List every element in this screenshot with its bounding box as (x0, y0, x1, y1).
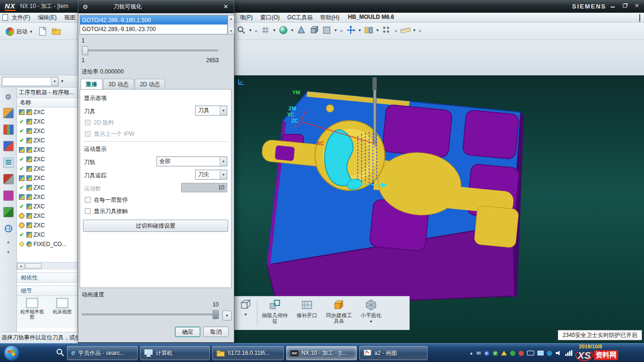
show-tool-contact-checkbox[interactable] (85, 208, 91, 214)
hd3d-tools-icon[interactable] (3, 207, 14, 217)
menu-help[interactable]: 帮助(H) (316, 14, 343, 22)
tree-row[interactable]: ZXC (17, 145, 77, 155)
scroll-down-icon[interactable]: ▼ (228, 28, 234, 34)
graphics-viewport[interactable]: YM ZM YC ZC XC XM ▼ 抽取几何特征 修补开口 同步建模工具条 … (234, 75, 644, 343)
goto-row[interactable]: GOTO/42.289,-9.180,-23.700 (80, 25, 227, 33)
green-status-icon[interactable] (510, 351, 515, 356)
csys-mini-icon[interactable] (237, 78, 245, 86)
reuse-library-icon[interactable] (3, 190, 14, 201)
chevron-down-icon[interactable]: ▼ (60, 79, 64, 83)
menu-window[interactable]: 窗口(O) (256, 14, 283, 22)
chevron-down-icon[interactable]: ▼ (358, 28, 362, 33)
pattern-button[interactable] (381, 24, 392, 36)
restore-button[interactable] (620, 2, 629, 9)
speed-slider-track[interactable] (82, 313, 219, 315)
tree-row[interactable]: ZXC (17, 107, 77, 117)
open-file-button[interactable] (51, 25, 62, 38)
toolpath-range-combo[interactable]: 全部 ▼ (157, 156, 227, 166)
dialog-close-button[interactable]: ✕ (222, 3, 230, 10)
tree-row[interactable]: ZXC (17, 173, 77, 183)
scrollbar-thumb[interactable] (25, 263, 41, 269)
cone-button[interactable] (296, 24, 307, 36)
tool-trace-combo[interactable]: 刀尖 ▼ (195, 170, 227, 180)
gouge-collision-settings-button[interactable]: 过切和碰撞设置 (83, 220, 228, 232)
sphere-display-button[interactable] (278, 24, 289, 36)
taskbar-button-nx[interactable]: NX NX 10 - 加工 - [t... (286, 346, 357, 360)
speed-slider-thumb[interactable] (213, 310, 219, 319)
shaded-style-button[interactable] (321, 24, 332, 36)
overflow-chevron[interactable]: » (419, 28, 421, 33)
overflow-chevron[interactable]: » (395, 28, 397, 33)
web-browser-icon[interactable] (3, 223, 14, 234)
chevron-down-icon[interactable]: ▼ (334, 28, 338, 33)
assembly-constraints-button[interactable] (363, 24, 374, 36)
snap-grid-button[interactable] (260, 24, 271, 36)
move-component-button[interactable] (345, 24, 356, 36)
program-order-view-button[interactable]: 程序顺序视图 (19, 298, 45, 328)
tool-display-combo[interactable]: 刀具 ▼ (195, 106, 227, 115)
cancel-button[interactable]: 取消 (203, 327, 229, 337)
menu-file[interactable]: 文件(F) (8, 14, 34, 22)
taskbar-button-network-folder[interactable]: \\172.16.0.118\... (212, 346, 284, 360)
tree-row[interactable]: ZXC (17, 211, 77, 221)
name-column-header[interactable]: 名称 (17, 98, 77, 107)
close-button[interactable]: ✕ (633, 2, 641, 9)
tab-replay[interactable]: 重播 (81, 79, 102, 90)
assembly-navigator-icon[interactable] (3, 108, 14, 118)
position-slider-track[interactable] (82, 49, 218, 51)
machine-tool-view-button[interactable]: 机床视图 (49, 298, 75, 328)
minimize-button[interactable] (608, 2, 617, 9)
new-file-button[interactable] (37, 25, 49, 38)
goto-list-scrollbar[interactable]: ▲ ▼ (228, 15, 234, 34)
menu-preferences[interactable]: 项(P) (236, 14, 256, 22)
facet-body-button[interactable]: 小平面化 ▼ (356, 299, 386, 324)
start-button[interactable] (4, 345, 20, 361)
tree-row[interactable]: ✔ZXC (17, 117, 77, 126)
pause-each-level-checkbox[interactable] (85, 197, 91, 203)
tree-row[interactable]: ✔ZXC (17, 136, 77, 145)
v-app-icon[interactable]: V (493, 351, 498, 356)
overflow-chevron[interactable]: » (255, 28, 257, 33)
measure-button[interactable] (400, 24, 411, 36)
tree-row[interactable]: ✔ZXC (17, 202, 77, 211)
roles-gear-icon[interactable]: ⚙ (3, 91, 14, 102)
chevron-down-icon[interactable]: ▼ (248, 28, 252, 33)
k-app-icon[interactable]: K (484, 351, 489, 356)
mail-icon[interactable]: ✉ (477, 350, 481, 356)
details-section[interactable]: 细节 (17, 286, 77, 296)
display-icon[interactable] (537, 351, 544, 355)
taskbar-button-paint[interactable]: a2 - 画图 (359, 346, 428, 360)
chevron-down-icon[interactable]: ▼ (290, 28, 294, 33)
patch-opening-button[interactable]: 修补开口 (292, 299, 322, 318)
motion-count-field[interactable]: 10 (181, 183, 227, 192)
2d-material-removal-checkbox[interactable] (85, 120, 91, 125)
machine-tool-navigator-icon[interactable] (3, 174, 14, 184)
tree-row[interactable]: ZXC (17, 221, 77, 230)
tree-row[interactable]: ✔ZXC (17, 126, 77, 136)
goto-row-selected[interactable]: GOTO/42.289,-9.180,1.500 (80, 16, 227, 25)
tree-row[interactable]: ✔ZXC (17, 164, 77, 173)
volume-icon[interactable] (555, 350, 562, 356)
menu-view[interactable]: 视图 (60, 14, 79, 22)
red-status-icon[interactable] (519, 351, 524, 356)
ok-button[interactable]: 确定 (175, 327, 200, 337)
taskbar-button-computer[interactable]: 计算机 (140, 346, 210, 360)
chevron-down-icon[interactable]: ▼ (272, 28, 276, 33)
cube-display-button[interactable] (308, 24, 320, 36)
speed-spinner-down-button[interactable]: ▼ (223, 311, 231, 321)
tree-row[interactable]: ✔ZXC (17, 183, 77, 192)
hidden-icons-button[interactable]: ▲ (470, 351, 473, 355)
network-icon[interactable] (565, 350, 572, 356)
chevron-down-icon[interactable]: ▼ (376, 28, 380, 33)
horizontal-scrollbar[interactable]: ◄ (17, 262, 77, 270)
overflow-chevron[interactable]: » (340, 28, 343, 33)
extract-geometry-button[interactable]: 抽取几何特征 (260, 299, 289, 324)
tree-row[interactable]: ✔ZXC (17, 155, 77, 164)
search-window-button[interactable] (56, 347, 65, 359)
tab-2d-dynamic[interactable]: 2D 动态 (135, 79, 165, 90)
warning-icon[interactable] (501, 351, 507, 355)
menu-gc-toolbox[interactable]: GC工具箱 (283, 14, 316, 22)
find-button[interactable] (236, 24, 247, 36)
selection-filter-combo[interactable]: ▼ (2, 77, 58, 86)
scroll-up-icon[interactable]: ▲ (228, 16, 234, 22)
